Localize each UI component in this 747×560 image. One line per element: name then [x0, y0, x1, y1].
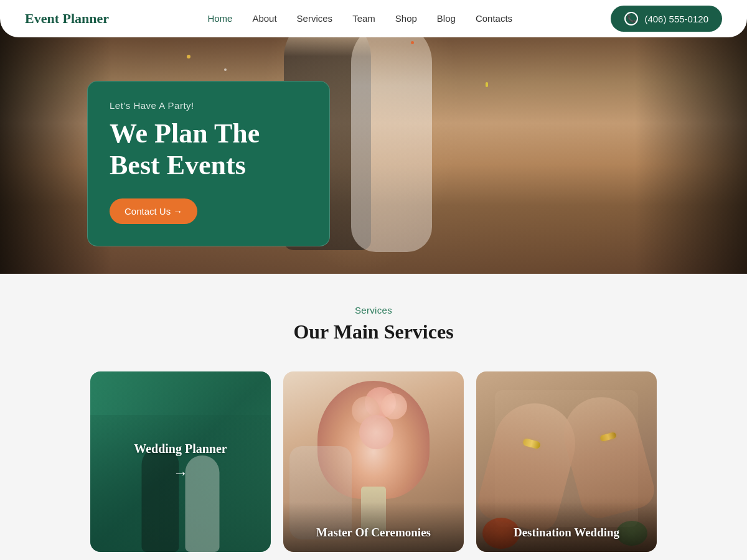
nav-links: Home About Services Team Shop Blog Conta…: [207, 13, 512, 24]
confetti-3: [486, 82, 488, 87]
nav-blog[interactable]: Blog: [437, 13, 456, 24]
nav-shop[interactable]: Shop: [395, 13, 417, 24]
wedding-card-content: Wedding Planner →: [90, 371, 271, 552]
confetti-4: [224, 68, 227, 71]
hero-section: Let's Have A Party! We Plan The Best Eve…: [0, 0, 747, 274]
hero-title: We Plan The Best Events: [110, 118, 308, 181]
service-card-destination[interactable]: Destination Wedding: [476, 371, 657, 552]
services-grid: Wedding Planner → Master Of Ceremonies: [0, 371, 747, 552]
flower-3: [381, 393, 407, 419]
nav-home[interactable]: Home: [207, 13, 232, 24]
hero-card: Let's Have A Party! We Plan The Best Eve…: [87, 81, 330, 246]
confetti-2: [411, 41, 414, 44]
contact-us-button[interactable]: Contact Us →: [110, 198, 197, 224]
nav-services[interactable]: Services: [297, 13, 333, 24]
nav-team[interactable]: Team: [352, 13, 375, 24]
wedding-arrow[interactable]: →: [173, 465, 188, 482]
brand-logo[interactable]: Event Planner: [25, 11, 109, 27]
bride-figure: [351, 22, 432, 252]
phone-button[interactable]: 📞 (406) 555-0120: [611, 6, 722, 32]
hero-right-shadow: [635, 0, 747, 274]
hero-subtitle: Let's Have A Party!: [110, 100, 308, 111]
confetti-1: [187, 55, 190, 58]
flower-4: [359, 415, 393, 449]
phone-number: (406) 555-0120: [644, 14, 708, 24]
navbar: Event Planner Home About Services Team S…: [0, 0, 747, 37]
services-label: Services: [0, 305, 747, 315]
phone-icon: 📞: [624, 12, 638, 26]
destination-title: Destination Wedding: [476, 526, 657, 539]
service-card-ceremonies[interactable]: Master Of Ceremonies: [283, 371, 464, 552]
wedding-title: Wedding Planner: [134, 442, 227, 456]
service-card-wedding[interactable]: Wedding Planner →: [90, 371, 271, 552]
ceremonies-title: Master Of Ceremonies: [283, 526, 464, 539]
nav-contacts[interactable]: Contacts: [476, 13, 512, 24]
services-section: Services Our Main Services Wedding Plann…: [0, 274, 747, 560]
nav-about[interactable]: About: [252, 13, 276, 24]
services-title: Our Main Services: [0, 320, 747, 343]
